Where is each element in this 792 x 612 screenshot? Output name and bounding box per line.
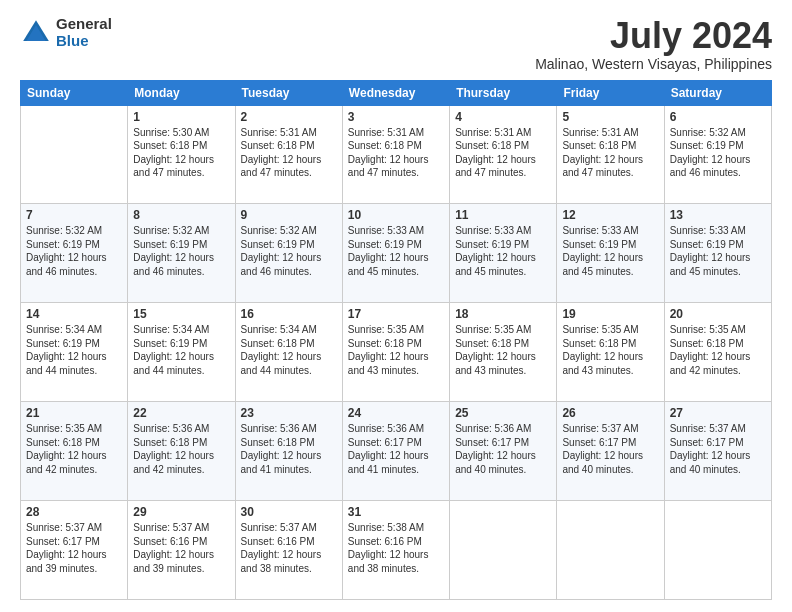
- day-number: 24: [348, 406, 444, 420]
- calendar-cell: [664, 501, 771, 600]
- day-number: 4: [455, 110, 551, 124]
- day-number: 27: [670, 406, 766, 420]
- subtitle: Malinao, Western Visayas, Philippines: [535, 56, 772, 72]
- calendar-cell: 5Sunrise: 5:31 AMSunset: 6:18 PMDaylight…: [557, 105, 664, 204]
- calendar-cell: 29Sunrise: 5:37 AMSunset: 6:16 PMDayligh…: [128, 501, 235, 600]
- day-info: Sunrise: 5:35 AMSunset: 6:18 PMDaylight:…: [348, 323, 444, 377]
- calendar-cell: 1Sunrise: 5:30 AMSunset: 6:18 PMDaylight…: [128, 105, 235, 204]
- calendar-cell: 28Sunrise: 5:37 AMSunset: 6:17 PMDayligh…: [21, 501, 128, 600]
- calendar-table: SundayMondayTuesdayWednesdayThursdayFrid…: [20, 80, 772, 600]
- day-number: 16: [241, 307, 337, 321]
- calendar-cell: 30Sunrise: 5:37 AMSunset: 6:16 PMDayligh…: [235, 501, 342, 600]
- day-number: 21: [26, 406, 122, 420]
- day-number: 17: [348, 307, 444, 321]
- day-number: 5: [562, 110, 658, 124]
- day-number: 22: [133, 406, 229, 420]
- day-number: 2: [241, 110, 337, 124]
- day-number: 10: [348, 208, 444, 222]
- calendar-week-row: 1Sunrise: 5:30 AMSunset: 6:18 PMDaylight…: [21, 105, 772, 204]
- calendar-cell: 17Sunrise: 5:35 AMSunset: 6:18 PMDayligh…: [342, 303, 449, 402]
- calendar-cell: 20Sunrise: 5:35 AMSunset: 6:18 PMDayligh…: [664, 303, 771, 402]
- calendar-cell: 10Sunrise: 5:33 AMSunset: 6:19 PMDayligh…: [342, 204, 449, 303]
- day-number: 23: [241, 406, 337, 420]
- calendar-cell: 3Sunrise: 5:31 AMSunset: 6:18 PMDaylight…: [342, 105, 449, 204]
- title-block: July 2024 Malinao, Western Visayas, Phil…: [535, 16, 772, 72]
- logo: General Blue: [20, 16, 112, 49]
- header: General Blue July 2024 Malinao, Western …: [20, 16, 772, 72]
- day-info: Sunrise: 5:30 AMSunset: 6:18 PMDaylight:…: [133, 126, 229, 180]
- calendar-header-wednesday: Wednesday: [342, 80, 449, 105]
- day-info: Sunrise: 5:33 AMSunset: 6:19 PMDaylight:…: [455, 224, 551, 278]
- day-info: Sunrise: 5:33 AMSunset: 6:19 PMDaylight:…: [348, 224, 444, 278]
- day-info: Sunrise: 5:37 AMSunset: 6:16 PMDaylight:…: [133, 521, 229, 575]
- day-info: Sunrise: 5:32 AMSunset: 6:19 PMDaylight:…: [133, 224, 229, 278]
- day-number: 14: [26, 307, 122, 321]
- calendar-cell: 8Sunrise: 5:32 AMSunset: 6:19 PMDaylight…: [128, 204, 235, 303]
- day-info: Sunrise: 5:38 AMSunset: 6:16 PMDaylight:…: [348, 521, 444, 575]
- day-info: Sunrise: 5:37 AMSunset: 6:16 PMDaylight:…: [241, 521, 337, 575]
- day-info: Sunrise: 5:35 AMSunset: 6:18 PMDaylight:…: [562, 323, 658, 377]
- day-info: Sunrise: 5:32 AMSunset: 6:19 PMDaylight:…: [241, 224, 337, 278]
- logo-blue: Blue: [56, 33, 112, 50]
- day-info: Sunrise: 5:31 AMSunset: 6:18 PMDaylight:…: [455, 126, 551, 180]
- day-info: Sunrise: 5:36 AMSunset: 6:18 PMDaylight:…: [241, 422, 337, 476]
- page: General Blue July 2024 Malinao, Western …: [0, 0, 792, 612]
- calendar-cell: 7Sunrise: 5:32 AMSunset: 6:19 PMDaylight…: [21, 204, 128, 303]
- calendar-cell: 31Sunrise: 5:38 AMSunset: 6:16 PMDayligh…: [342, 501, 449, 600]
- calendar-header-saturday: Saturday: [664, 80, 771, 105]
- calendar-cell: 19Sunrise: 5:35 AMSunset: 6:18 PMDayligh…: [557, 303, 664, 402]
- logo-general: General: [56, 16, 112, 33]
- day-info: Sunrise: 5:32 AMSunset: 6:19 PMDaylight:…: [670, 126, 766, 180]
- day-info: Sunrise: 5:36 AMSunset: 6:17 PMDaylight:…: [455, 422, 551, 476]
- calendar-week-row: 14Sunrise: 5:34 AMSunset: 6:19 PMDayligh…: [21, 303, 772, 402]
- day-info: Sunrise: 5:36 AMSunset: 6:18 PMDaylight:…: [133, 422, 229, 476]
- day-info: Sunrise: 5:31 AMSunset: 6:18 PMDaylight:…: [348, 126, 444, 180]
- day-info: Sunrise: 5:31 AMSunset: 6:18 PMDaylight:…: [241, 126, 337, 180]
- calendar-cell: [450, 501, 557, 600]
- logo-text: General Blue: [56, 16, 112, 49]
- calendar-cell: [21, 105, 128, 204]
- calendar-cell: 15Sunrise: 5:34 AMSunset: 6:19 PMDayligh…: [128, 303, 235, 402]
- calendar-cell: 26Sunrise: 5:37 AMSunset: 6:17 PMDayligh…: [557, 402, 664, 501]
- day-number: 1: [133, 110, 229, 124]
- day-number: 7: [26, 208, 122, 222]
- day-number: 8: [133, 208, 229, 222]
- day-number: 19: [562, 307, 658, 321]
- day-info: Sunrise: 5:32 AMSunset: 6:19 PMDaylight:…: [26, 224, 122, 278]
- calendar-cell: 11Sunrise: 5:33 AMSunset: 6:19 PMDayligh…: [450, 204, 557, 303]
- calendar-cell: 23Sunrise: 5:36 AMSunset: 6:18 PMDayligh…: [235, 402, 342, 501]
- day-info: Sunrise: 5:35 AMSunset: 6:18 PMDaylight:…: [455, 323, 551, 377]
- calendar-header-row: SundayMondayTuesdayWednesdayThursdayFrid…: [21, 80, 772, 105]
- calendar-week-row: 21Sunrise: 5:35 AMSunset: 6:18 PMDayligh…: [21, 402, 772, 501]
- day-info: Sunrise: 5:33 AMSunset: 6:19 PMDaylight:…: [670, 224, 766, 278]
- day-number: 11: [455, 208, 551, 222]
- calendar-header-tuesday: Tuesday: [235, 80, 342, 105]
- day-number: 15: [133, 307, 229, 321]
- day-info: Sunrise: 5:37 AMSunset: 6:17 PMDaylight:…: [670, 422, 766, 476]
- day-number: 28: [26, 505, 122, 519]
- calendar-cell: 25Sunrise: 5:36 AMSunset: 6:17 PMDayligh…: [450, 402, 557, 501]
- calendar-cell: 22Sunrise: 5:36 AMSunset: 6:18 PMDayligh…: [128, 402, 235, 501]
- day-info: Sunrise: 5:33 AMSunset: 6:19 PMDaylight:…: [562, 224, 658, 278]
- calendar-cell: 4Sunrise: 5:31 AMSunset: 6:18 PMDaylight…: [450, 105, 557, 204]
- calendar-cell: 18Sunrise: 5:35 AMSunset: 6:18 PMDayligh…: [450, 303, 557, 402]
- calendar-cell: 21Sunrise: 5:35 AMSunset: 6:18 PMDayligh…: [21, 402, 128, 501]
- day-info: Sunrise: 5:35 AMSunset: 6:18 PMDaylight:…: [26, 422, 122, 476]
- day-number: 20: [670, 307, 766, 321]
- day-info: Sunrise: 5:34 AMSunset: 6:19 PMDaylight:…: [133, 323, 229, 377]
- calendar-cell: 2Sunrise: 5:31 AMSunset: 6:18 PMDaylight…: [235, 105, 342, 204]
- day-info: Sunrise: 5:35 AMSunset: 6:18 PMDaylight:…: [670, 323, 766, 377]
- day-number: 25: [455, 406, 551, 420]
- calendar-header-sunday: Sunday: [21, 80, 128, 105]
- calendar-cell: 12Sunrise: 5:33 AMSunset: 6:19 PMDayligh…: [557, 204, 664, 303]
- calendar-week-row: 28Sunrise: 5:37 AMSunset: 6:17 PMDayligh…: [21, 501, 772, 600]
- calendar-header-thursday: Thursday: [450, 80, 557, 105]
- calendar-cell: 24Sunrise: 5:36 AMSunset: 6:17 PMDayligh…: [342, 402, 449, 501]
- calendar-week-row: 7Sunrise: 5:32 AMSunset: 6:19 PMDaylight…: [21, 204, 772, 303]
- logo-icon: [20, 17, 52, 49]
- day-info: Sunrise: 5:37 AMSunset: 6:17 PMDaylight:…: [562, 422, 658, 476]
- day-number: 12: [562, 208, 658, 222]
- calendar-header-friday: Friday: [557, 80, 664, 105]
- calendar-cell: 9Sunrise: 5:32 AMSunset: 6:19 PMDaylight…: [235, 204, 342, 303]
- calendar-cell: 14Sunrise: 5:34 AMSunset: 6:19 PMDayligh…: [21, 303, 128, 402]
